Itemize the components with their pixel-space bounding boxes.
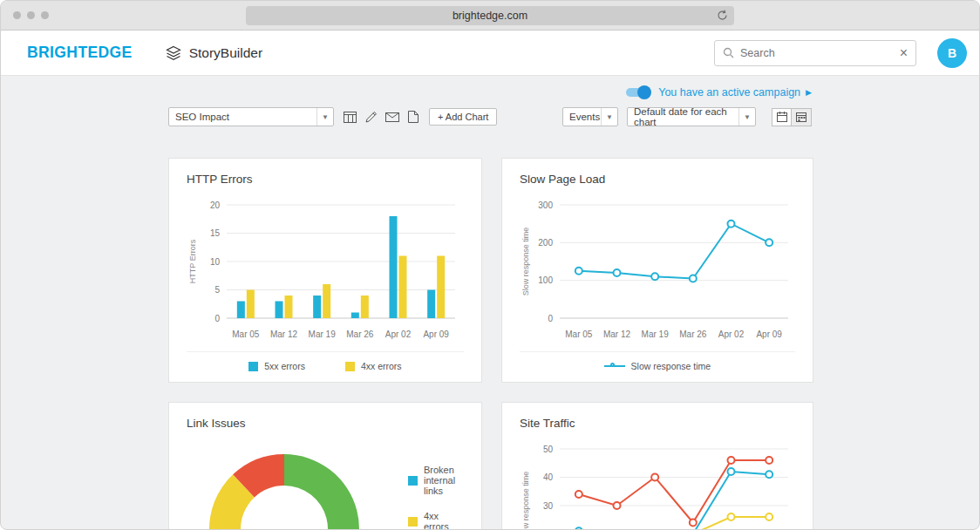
legend-marker	[248, 362, 258, 371]
legend-item: 5xx errors	[248, 361, 305, 371]
chevron-down-icon: ▼	[601, 108, 617, 126]
toggle-knob	[637, 85, 651, 99]
search-box: ×	[714, 40, 916, 66]
legend-marker	[408, 476, 418, 486]
window-close-button[interactable]	[13, 11, 21, 19]
legend-label: Slow response time	[631, 361, 711, 371]
legend-marker	[408, 517, 418, 527]
legend-label: 5xx errors	[264, 361, 305, 371]
chevron-down-icon: ▼	[738, 108, 755, 126]
chart-card-site-traffic: Site Traffic 20304050Mar 05Mar 12Mar 19M…	[501, 402, 813, 529]
chart-card-slow-page-load: Slow Page Load 0100200300Mar 05Mar 12Mar…	[501, 158, 813, 383]
events-select-value: Events	[569, 112, 600, 122]
app-header: BRIGHTEDGE StoryBuilder × B	[1, 31, 979, 76]
chart-title: Site Traffic	[520, 417, 795, 430]
svg-text:200: 200	[538, 238, 553, 248]
right-controls: Events ▼ Default date for each chart ▼	[562, 107, 812, 126]
svg-text:HTTP Errors: HTTP Errors	[188, 239, 197, 283]
brightedge-logo[interactable]: BRIGHTEDGE	[27, 44, 133, 62]
legend-marker	[604, 362, 625, 371]
chart-card-http-errors: HTTP Errors 05101520Mar 05Mar 12Mar 19Ma…	[168, 158, 482, 383]
svg-text:Mar 12: Mar 12	[603, 330, 631, 339]
url-text: brightedge.com	[453, 10, 527, 22]
campaign-text: You have an active campaign	[658, 86, 800, 99]
calendar-grid-view-button[interactable]	[792, 108, 812, 126]
svg-text:0: 0	[548, 314, 553, 323]
browser-window: brightedge.com BRIGHTEDGE StoryBuilder ×…	[0, 0, 980, 530]
svg-text:Apr 09: Apr 09	[756, 330, 782, 339]
chart-title: HTTP Errors	[187, 173, 464, 186]
events-select[interactable]: Events ▼	[562, 107, 618, 126]
slow-page-load-chart: 0100200300Mar 05Mar 12Mar 19Mar 26Apr 02…	[520, 194, 795, 348]
legend-label: 4xx errors	[361, 361, 402, 371]
http-errors-chart: 05101520Mar 05Mar 12Mar 19Mar 26Apr 02Ap…	[187, 194, 464, 348]
svg-text:Mar 05: Mar 05	[232, 330, 260, 339]
svg-text:300: 300	[538, 200, 553, 210]
chart-legend: Broken internal links4xx errorsToo many …	[408, 465, 464, 529]
svg-text:Mar 05: Mar 05	[565, 330, 593, 339]
chevron-down-icon: ▼	[316, 108, 333, 126]
svg-text:10: 10	[210, 257, 221, 267]
dashboard-grid-button[interactable]	[341, 107, 359, 126]
export-pdf-button[interactable]	[404, 107, 422, 126]
svg-text:20: 20	[210, 200, 221, 210]
svg-text:Slow response time: Slow response time	[521, 472, 530, 529]
svg-text:5: 5	[214, 285, 220, 295]
svg-text:Mar 19: Mar 19	[641, 330, 669, 339]
toolbar: SEO Impact ▼ + Add Chart	[168, 107, 812, 126]
product-name: StoryBuilder	[166, 45, 262, 61]
legend-label: Broken internal links	[424, 465, 464, 496]
legend-item: 4xx errors	[408, 511, 464, 529]
svg-text:Slow response time: Slow response time	[521, 228, 530, 296]
legend-item: 4xx errors	[345, 361, 402, 371]
legend-item: Broken internal links	[408, 465, 464, 496]
date-range-select-value: Default date for each chart	[634, 106, 738, 127]
address-bar[interactable]: brightedge.com	[246, 6, 734, 25]
avatar[interactable]: B	[937, 38, 967, 68]
window-minimize-button[interactable]	[27, 11, 35, 19]
svg-text:50: 50	[543, 445, 554, 454]
chart-title: Link Issues	[187, 417, 464, 430]
active-campaign-link[interactable]: You have an active campaign ▶	[658, 86, 812, 99]
svg-text:Apr 02: Apr 02	[385, 330, 412, 339]
calendar-single-view-button[interactable]	[772, 108, 792, 126]
campaign-toggle[interactable]	[626, 88, 649, 97]
window-zoom-button[interactable]	[41, 11, 49, 19]
svg-text:Mar 19: Mar 19	[309, 330, 337, 339]
svg-text:Mar 26: Mar 26	[346, 330, 374, 339]
layers-icon	[166, 45, 181, 61]
svg-text:40: 40	[543, 472, 554, 482]
report-select[interactable]: SEO Impact ▼	[168, 107, 334, 126]
dashboard-content: You have an active campaign ▶ SEO Impact…	[1, 76, 979, 529]
search-icon	[723, 47, 734, 58]
email-button[interactable]	[383, 107, 401, 126]
svg-text:100: 100	[538, 275, 553, 285]
svg-text:Apr 02: Apr 02	[718, 330, 745, 339]
site-traffic-chart: 20304050Mar 05Mar 12Mar 19Mar 26Apr 02Ap…	[520, 438, 795, 529]
svg-text:Mar 26: Mar 26	[679, 330, 707, 339]
svg-text:0: 0	[214, 314, 220, 323]
search-input[interactable]	[740, 47, 894, 59]
calendar-view-toggle	[772, 108, 812, 126]
report-select-value: SEO Impact	[175, 112, 229, 122]
legend-label: 4xx errors	[424, 511, 464, 529]
charts-grid: HTTP Errors 05101520Mar 05Mar 12Mar 19Ma…	[168, 158, 812, 529]
browser-chrome: brightedge.com	[1, 1, 979, 31]
svg-text:Mar 12: Mar 12	[270, 330, 298, 339]
add-chart-button[interactable]: + Add Chart	[429, 108, 497, 126]
app-title: StoryBuilder	[189, 45, 262, 61]
edit-button[interactable]	[362, 107, 380, 126]
date-range-select[interactable]: Default date for each chart ▼	[627, 107, 756, 126]
clear-search-icon[interactable]: ×	[900, 46, 908, 60]
refresh-icon[interactable]	[717, 10, 728, 21]
legend-item: Slow response time	[604, 361, 711, 371]
campaign-row: You have an active campaign ▶	[168, 85, 812, 100]
chart-legend: Slow response time	[520, 351, 795, 373]
svg-text:15: 15	[210, 228, 221, 238]
legend-marker	[345, 362, 355, 371]
arrow-right-icon: ▶	[806, 88, 812, 97]
chart-legend: 5xx errors4xx errors	[187, 351, 464, 373]
window-controls	[13, 11, 49, 19]
avatar-letter: B	[948, 46, 956, 60]
chart-title: Slow Page Load	[520, 173, 795, 186]
